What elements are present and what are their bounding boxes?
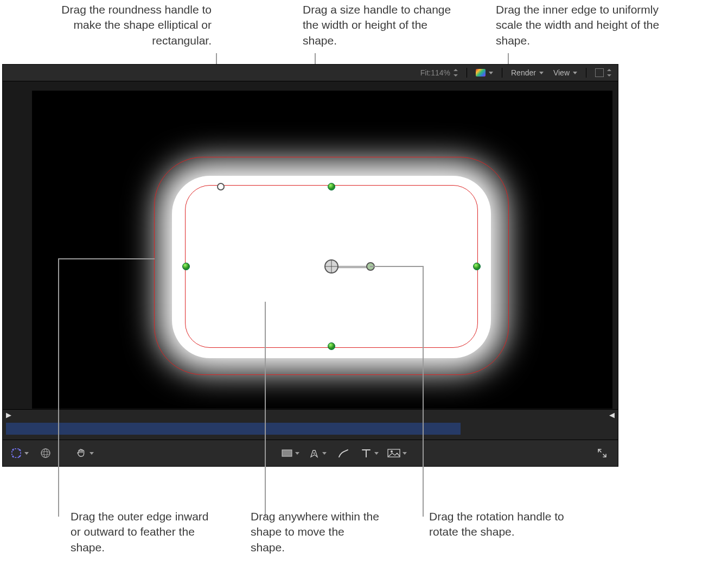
chevron-down-icon [539,72,544,74]
mask-tool-icon [10,447,22,459]
anchor-point-handle[interactable] [324,259,339,274]
callout-rotate: Drag the rotation handle to rotate the s… [429,509,581,540]
color-channels-icon [476,69,486,77]
chevron-down-icon [489,72,493,74]
viewer-top-toolbar: Fit: 114% Render View [3,65,618,81]
chevron-down-icon [90,452,94,455]
mask-tool-button[interactable] [8,445,31,461]
hand-tool-icon [75,447,87,459]
hand-tool-button[interactable] [73,445,96,461]
viewer-bottom-toolbar [3,440,618,466]
canvas-viewer: Fit: 114% Render View [2,64,618,467]
size-handle-bottom[interactable] [328,342,335,350]
text-tool-button[interactable] [358,445,381,461]
play-range-out-marker[interactable]: ◀ [609,411,615,419]
zoom-control[interactable]: Fit: 114% [418,68,460,77]
size-handle-right[interactable] [473,263,481,270]
size-handle-top[interactable] [328,183,335,190]
zoom-value: 114% [431,68,450,77]
svg-point-9 [314,453,315,454]
zoom-stepper-icon [454,69,458,77]
chevron-down-icon [403,452,407,455]
canvas[interactable] [32,91,612,409]
svg-point-7 [44,449,47,457]
3d-transform-icon [40,447,52,459]
leader-rotate-v [423,266,424,517]
roundness-handle[interactable] [217,183,225,190]
toolbar-separator [586,68,586,78]
image-adjust-tool-button[interactable] [385,445,409,461]
view-menu[interactable]: View [551,68,579,77]
callout-size: Drag a size handle to change the width o… [303,2,455,48]
zoom-fit-label: Fit: [420,68,431,77]
svg-point-2 [19,449,21,451]
chevron-down-icon [24,452,29,455]
chevron-down-icon [374,452,379,455]
svg-rect-8 [282,450,292,456]
leader-move [265,302,266,517]
rectangle-tool-button[interactable] [279,445,302,461]
callout-roundness: Drag the roundness handle to make the sh… [46,2,212,48]
chevron-down-icon [295,452,299,455]
svg-rect-10 [388,449,400,457]
fullscreen-icon [597,448,608,459]
callout-inner-edge: Drag the inner edge to uniformly scale t… [496,2,664,48]
svg-point-6 [41,452,50,455]
toolbar-separator [467,68,467,78]
svg-point-11 [391,450,393,453]
leader-outer-edge-v [58,258,59,517]
size-handle-left[interactable] [182,263,190,270]
render-menu[interactable]: Render [509,68,546,77]
channel-display-menu[interactable] [593,68,614,77]
3d-transform-button[interactable] [35,445,56,461]
play-range-bar[interactable] [6,423,461,435]
updown-icon [607,69,611,77]
color-channels-menu[interactable] [474,69,495,77]
svg-point-5 [41,449,50,457]
text-tool-icon [360,447,372,459]
channel-box-icon [595,68,604,77]
chevron-down-icon [322,452,327,455]
leader-outer-edge-h [58,258,155,259]
svg-point-4 [19,456,21,457]
svg-point-3 [12,456,14,457]
pen-tool-button[interactable] [306,445,329,461]
callout-outer-edge: Drag the outer edge inward or outward to… [71,509,217,555]
render-label: Render [511,68,536,77]
pen-tool-icon [308,447,320,459]
play-range-in-marker[interactable]: ▶ [6,411,11,419]
fullscreen-button[interactable] [592,445,612,461]
image-adjust-tool-icon [387,448,400,458]
callout-move: Drag anywhere within the shape to move t… [251,509,381,555]
play-range-area: ▶ ◀ [3,409,618,440]
svg-point-1 [12,449,14,451]
leader-rotate-h [370,266,424,267]
paint-stroke-tool-button[interactable] [333,445,354,461]
chevron-down-icon [573,72,577,74]
paint-stroke-tool-icon [337,447,349,459]
rectangle-tool-icon [281,448,293,458]
view-label: View [553,68,570,77]
toolbar-separator [502,68,502,78]
